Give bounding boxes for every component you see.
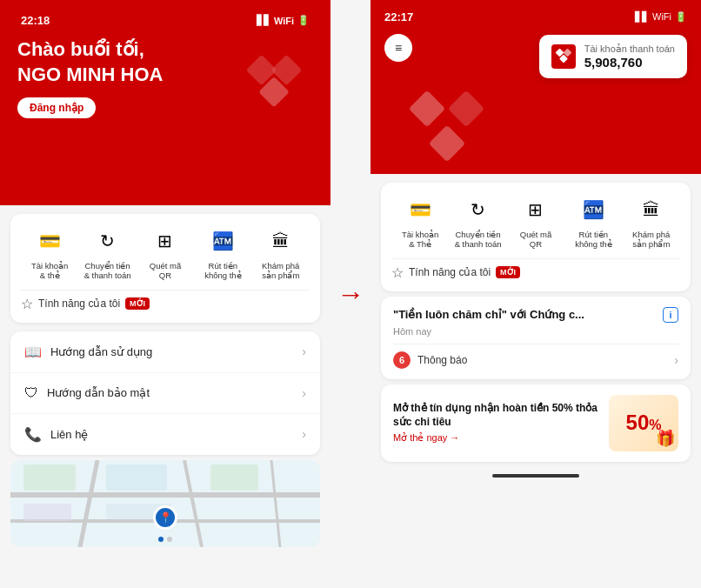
- r-action-qr[interactable]: ⊞ Quét mãQR: [510, 193, 562, 250]
- guide-label: Hướng dẫn sử dụng: [50, 345, 152, 358]
- r-atm-icon: 🏧: [577, 193, 610, 226]
- left-header: 22:18 ▋▋ WiFi 🔋 Chào buổi tối,NGO MINH H…: [0, 0, 330, 205]
- right-header: 22:17 ▋▋WiFi🔋 ≡ Tài khoản th: [371, 0, 701, 174]
- home-indicator: [492, 474, 579, 478]
- menu-item-guide[interactable]: 📖 Hướng dẫn sử dụng ›: [10, 331, 320, 373]
- guide-icon: 📖: [24, 344, 42, 360]
- notif-badge-label: Thông báo: [417, 354, 467, 366]
- r-action-atm[interactable]: 🏧 Rút tiềnkhông thẻ: [567, 193, 619, 250]
- action-transfer-label: Chuyển tiền& thanh toán: [84, 261, 131, 281]
- r-action-account-label: Tài khoản& Thẻ: [402, 230, 438, 250]
- action-atm[interactable]: 🏧 Rút tiềnkhông thẻ: [197, 224, 249, 281]
- svg-rect-17: [409, 90, 445, 127]
- left-bottom: 💳 Tài khoản& thẻ ↻ Chuyển tiền& thanh to…: [0, 205, 330, 588]
- right-phone: 22:17 ▋▋WiFi🔋 ≡ Tài khoản th: [371, 0, 701, 588]
- left-phone: 22:18 ▋▋ WiFi 🔋 Chào buổi tối,NGO MINH H…: [0, 0, 330, 588]
- svg-rect-12: [23, 504, 71, 521]
- r-action-atm-label: Rút tiềnkhông thẻ: [575, 230, 611, 250]
- action-atm-label: Rút tiềnkhông thẻ: [204, 261, 241, 281]
- r-account-icon: 💳: [404, 193, 437, 226]
- promo-card[interactable]: Mở thẻ tín dụng nhận hoàn tiền 50% thỏa …: [381, 384, 691, 462]
- transfer-icon: ↻: [91, 224, 124, 257]
- left-status-time: 22:18: [21, 14, 50, 27]
- right-status-icons: ▋▋WiFi🔋: [635, 11, 687, 23]
- r-action-account[interactable]: 💳 Tài khoản& Thẻ: [394, 193, 446, 250]
- account-icon: 💳: [33, 224, 66, 257]
- map-area: 📍: [10, 460, 320, 547]
- explore-icon: 🏛: [264, 224, 297, 257]
- notif-chevron: ›: [674, 353, 678, 367]
- login-button[interactable]: Đăng nhập: [17, 97, 96, 118]
- action-account-label: Tài khoản& thẻ: [31, 261, 68, 281]
- r-qr-icon: ⊞: [519, 193, 552, 226]
- account-info: Tài khoản thanh toán 5,908,760: [584, 43, 675, 70]
- r-star-icon: ☆: [391, 264, 404, 281]
- r-transfer-icon: ↻: [462, 193, 495, 226]
- right-quick-actions-row: 💳 Tài khoản& Thẻ ↻ Chuyển tiền& thanh to…: [391, 193, 680, 250]
- quick-actions-card-right: 💳 Tài khoản& Thẻ ↻ Chuyển tiền& thanh to…: [381, 183, 691, 291]
- security-icon: 🛡: [24, 385, 38, 401]
- bottom-indicator-right: [371, 467, 701, 484]
- svg-rect-11: [210, 464, 258, 491]
- menu-item-security[interactable]: 🛡 Hướng dẫn bảo mật ›: [10, 373, 320, 414]
- notif-title-row: "Tiền luôn chăm chỉ" với Chứng c... i: [393, 307, 678, 323]
- new-badge-left: MỚI: [125, 297, 150, 310]
- promo-image: 50% 🎁: [609, 395, 678, 451]
- map-location-dot: 📍: [153, 505, 177, 530]
- r-explore-icon: 🏛: [635, 193, 668, 226]
- action-transfer[interactable]: ↻ Chuyển tiền& thanh toán: [82, 224, 134, 281]
- hamburger-button[interactable]: ≡: [384, 34, 412, 62]
- star-icon: ☆: [21, 296, 33, 312]
- map-svg: [10, 460, 320, 547]
- hamburger-icon: ≡: [395, 41, 402, 55]
- menu-item-contact[interactable]: 📞 Liên hệ ›: [10, 414, 320, 455]
- svg-rect-9: [23, 464, 76, 491]
- r-action-explore[interactable]: 🏛 Khám phásản phẩm: [625, 193, 678, 250]
- info-icon[interactable]: i: [663, 307, 678, 323]
- notif-badge: 6: [393, 351, 411, 369]
- qr-icon: ⊞: [149, 224, 182, 257]
- svg-rect-19: [429, 125, 465, 162]
- diamond-logo-left: [235, 43, 313, 122]
- promo-title: Mở thẻ tín dụng nhận hoàn tiền 50% thỏa …: [393, 402, 600, 429]
- action-qr[interactable]: ⊞ Quét mãQR: [139, 224, 191, 281]
- r-action-explore-label: Khám phásản phẩm: [632, 230, 670, 250]
- quick-actions-card-left: 💳 Tài khoản& thẻ ↻ Chuyển tiền& thanh to…: [10, 214, 320, 323]
- promo-text-area: Mở thẻ tín dụng nhận hoàn tiền 50% thỏa …: [393, 402, 600, 444]
- contact-label: Liên hệ: [50, 428, 88, 441]
- quick-actions-row: 💳 Tài khoản& thẻ ↻ Chuyển tiền& thanh to…: [21, 224, 310, 281]
- svg-rect-18: [448, 90, 484, 127]
- bank-logo-small: [551, 44, 576, 69]
- promo-link[interactable]: Mở thẻ ngay →: [393, 432, 600, 444]
- right-features-row[interactable]: ☆ Tính năng của tôi MỚI: [391, 258, 680, 281]
- r-features-label: Tính năng của tôi: [409, 266, 491, 278]
- action-explore[interactable]: 🏛 Khám phásản phẩm: [255, 224, 307, 281]
- right-status-time: 22:17: [384, 10, 413, 23]
- features-label-left: Tính năng của tôi: [38, 297, 120, 310]
- r-new-badge: MỚI: [496, 266, 520, 278]
- notif-title-text: "Tiền luôn chăm chỉ" với Chứng c...: [393, 308, 584, 321]
- notif-row[interactable]: 6 Thông báo ›: [393, 344, 678, 369]
- chevron-right-guide: ›: [302, 344, 306, 358]
- action-explore-label: Khám phásản phẩm: [262, 261, 299, 281]
- arrow-icon: →: [337, 278, 364, 311]
- features-row[interactable]: ☆ Tính năng của tôi MỚI: [21, 290, 310, 312]
- r-action-transfer-label: Chuyển tiền& thanh toán: [455, 230, 502, 250]
- right-bottom: 💳 Tài khoản& Thẻ ↻ Chuyển tiền& thanh to…: [371, 174, 701, 588]
- diamond-logo-right: [405, 87, 492, 174]
- map-page-dots: [158, 537, 172, 542]
- account-card[interactable]: Tài khoản thanh toán 5,908,760: [539, 35, 687, 78]
- notification-card[interactable]: "Tiền luôn chăm chỉ" với Chứng c... i Hô…: [381, 297, 691, 379]
- account-type: Tài khoản thanh toán: [584, 43, 675, 55]
- r-action-qr-label: Quét mãQR: [520, 230, 551, 250]
- action-qr-label: Quét mãQR: [150, 261, 181, 281]
- left-status-icons: ▋▋ WiFi 🔋: [257, 15, 310, 26]
- action-account[interactable]: 💳 Tài khoản& thẻ: [23, 224, 76, 281]
- chevron-right-security: ›: [302, 386, 306, 400]
- account-balance: 5,908,760: [584, 55, 675, 70]
- security-label: Hướng dẫn bảo mật: [47, 386, 150, 399]
- notif-date: Hôm nay: [393, 326, 678, 337]
- menu-card: 📖 Hướng dẫn sử dụng › 🛡 Hướng dẫn bảo mậ…: [10, 331, 320, 455]
- arrow-container: →: [330, 0, 371, 588]
- r-action-transfer[interactable]: ↻ Chuyển tiền& thanh toán: [452, 193, 504, 250]
